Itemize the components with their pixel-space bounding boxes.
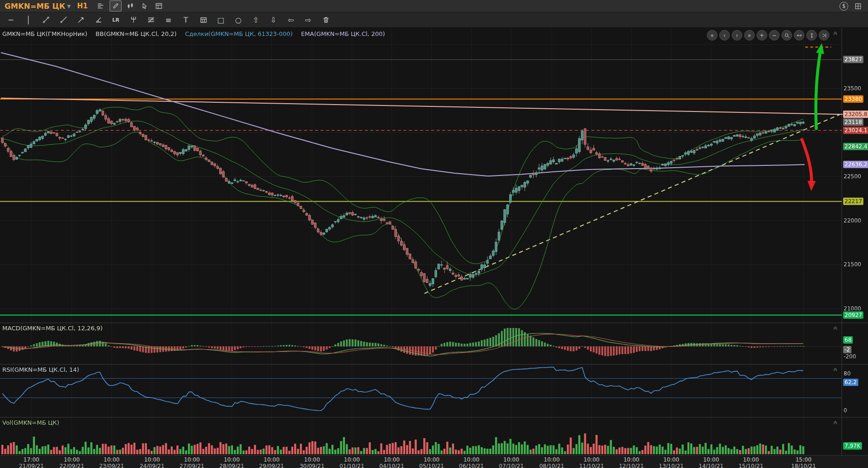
delete-tool[interactable] [320, 14, 332, 26]
vertical-line-tool[interactable]: │ [22, 14, 35, 26]
time-label: 10:00 [663, 456, 679, 463]
level-badge-23380: 23380 [843, 95, 863, 103]
volume-profile-icon[interactable] [95, 1, 106, 11]
scroll-left-button[interactable]: ‹ [719, 30, 730, 41]
zoom-out-button[interactable]: − [769, 30, 780, 41]
chart-overlays: MACD(GMKN=МБ ЦК.Cl, 12,26,9)RSI(GMKN=МБ … [0, 28, 868, 455]
chart-style-icon[interactable] [125, 1, 136, 11]
workspace-icon[interactable] [852, 1, 863, 11]
fit-width-button[interactable] [794, 30, 804, 41]
date-label: 01/10/21 [339, 463, 364, 468]
legend-trades: Сделки(GMKN=МБ ЦК, 61323-000) [185, 30, 293, 37]
last-price-badge: 23118 [843, 118, 863, 126]
trendline-badge: 23205,8 [843, 111, 868, 118]
date-label: 11/10/21 [579, 463, 604, 468]
time-label: 10:00 [703, 456, 719, 463]
panel-label-rsi: RSI(GMKN=МБ ЦК.Cl, 14) [2, 366, 79, 373]
go-to-end-button[interactable] [819, 30, 829, 41]
date-label: 06/10/21 [459, 463, 484, 468]
trend-line-tool[interactable] [40, 14, 52, 26]
dollar-icon[interactable]: $ [839, 2, 848, 11]
scroll-right-button[interactable]: › [732, 30, 742, 41]
collapse-vol-panel-button[interactable] [831, 419, 839, 426]
measure-tool[interactable] [197, 14, 210, 26]
magnifier-button[interactable] [781, 30, 792, 41]
level-badge-23024: 23024,1 [843, 127, 868, 134]
time-label: 10:00 [64, 456, 80, 463]
time-label: 10:00 [384, 456, 400, 463]
fit-height-button[interactable] [806, 30, 817, 41]
chevron-down-icon[interactable]: ▼ [67, 4, 71, 9]
collapse-main-panel-button[interactable] [831, 29, 839, 36]
axis-label-80: 80 [844, 370, 851, 377]
date-label: 07/10/21 [499, 463, 524, 468]
zoom-in-button[interactable]: + [757, 30, 767, 41]
time-label: 10:00 [544, 456, 560, 463]
price-tick-22000: 22000 [844, 217, 861, 224]
angle-tool[interactable] [92, 14, 105, 26]
level-badge-22217: 22217 [843, 198, 863, 205]
time-label: 10:00 [623, 456, 640, 463]
pitchfork-tool[interactable] [127, 14, 140, 26]
axis-label--2: -2 [843, 346, 851, 353]
drawing-toolbar: ─│LR≡T□○⇧⇩⇦⇨ [0, 12, 868, 28]
horizontal-line-tool[interactable]: ─ [5, 14, 17, 26]
scroll-fast-left-button[interactable]: « [707, 30, 717, 41]
date-label: 05/10/21 [419, 463, 444, 468]
text-tool[interactable]: T [180, 14, 192, 26]
time-label: 10:00 [424, 456, 440, 463]
date-label: 14/10/21 [699, 463, 723, 468]
arrow-down-tool[interactable]: ⇩ [267, 14, 280, 26]
time-label: 10:00 [344, 456, 360, 463]
ray-tool[interactable] [57, 14, 70, 26]
linear-regression-tool[interactable]: LR [110, 14, 122, 26]
chart-area: GMKN=МБ ЦК(ГМКНорНик)BB(GMKN=МБ ЦК.Cl, 2… [0, 28, 868, 455]
panel-label-vol: Vol(GMKN=МБ ЦК) [2, 419, 59, 426]
axis-label-0: 0 [844, 407, 847, 414]
timeframe-selector[interactable]: H1 [77, 2, 88, 10]
time-label: 17:00 [23, 456, 40, 463]
price-tick-23500: 23500 [844, 85, 861, 92]
draw-pencil-icon[interactable] [110, 0, 122, 12]
date-label: 15/10/21 [739, 463, 763, 468]
collapse-macd-panel-button[interactable] [831, 324, 839, 331]
ellipse-tool[interactable]: ○ [232, 14, 245, 26]
date-label: 12/10/21 [619, 463, 644, 468]
time-label: 10:00 [184, 456, 200, 463]
time-label: 10:00 [144, 456, 160, 463]
date-label: 04/10/21 [379, 463, 404, 468]
chart-legend: GMKN=МБ ЦК(ГМКНорНик)BB(GMKN=МБ ЦК.Cl, 2… [2, 30, 385, 37]
arrow-up-tool[interactable]: ⇧ [250, 14, 262, 26]
level-badge-20927: 20927 [843, 311, 863, 319]
time-axis[interactable]: 17:0021/09/2110:0022/09/2110:0023/09/211… [0, 455, 868, 468]
instrument-symbol[interactable]: GMKN=МБ ЦК [5, 2, 65, 11]
levels-tool[interactable]: ≡ [162, 14, 175, 26]
date-label: 18/10/21 [791, 463, 816, 468]
panels-icon[interactable] [153, 1, 164, 11]
arrow-line-tool[interactable] [75, 14, 87, 26]
titlebar-right-tools: $ [839, 1, 863, 11]
time-label: 10:00 [104, 456, 120, 463]
title-bar: GMKN=МБ ЦК ▼ H1 $ [0, 0, 868, 12]
arrow-right-tool[interactable]: ⇨ [302, 14, 315, 26]
time-label: 10:00 [743, 456, 759, 463]
legend-ema: EMA(GMKN=МБ ЦК.Cl, 200) [301, 30, 385, 37]
time-label: 15:00 [796, 456, 812, 463]
price-tick-21500: 21500 [844, 261, 861, 268]
level-badge-23827: 23827 [843, 56, 863, 63]
trading-terminal-window: GMKN=МБ ЦК ▼ H1 $ ─│LR≡T□○⇧⇩⇦⇨ GMKN=МБ Ц… [0, 0, 868, 468]
rectangle-tool[interactable]: □ [215, 14, 227, 26]
time-label: 10:00 [224, 456, 240, 463]
scroll-fast-right-button[interactable]: » [744, 30, 755, 41]
cursor-icon[interactable] [139, 1, 150, 11]
titlebar-tools [95, 0, 164, 12]
time-label: 10:00 [503, 456, 519, 463]
collapse-rsi-panel-button[interactable] [831, 366, 839, 373]
panel-label-macd: MACD(GMKN=МБ ЦК.Cl, 12,26,9) [2, 325, 103, 332]
time-label: 10:00 [583, 456, 600, 463]
time-label: 10:00 [304, 456, 320, 463]
arrow-left-tool[interactable]: ⇦ [285, 14, 297, 26]
fib-retracement-tool[interactable] [145, 14, 157, 26]
date-label: 13/10/21 [659, 463, 684, 468]
date-label: 28/09/21 [219, 463, 244, 468]
